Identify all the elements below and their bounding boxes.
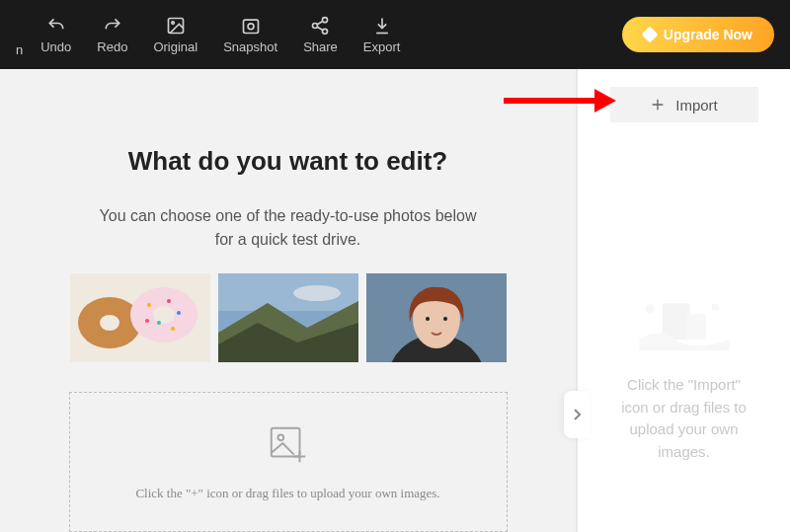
subheadline-line2: for a quick test drive. <box>215 231 361 248</box>
svg-rect-29 <box>685 314 705 340</box>
svg-point-12 <box>147 303 151 307</box>
dropzone-hint: Click the "+" icon or drag files to uplo… <box>135 486 439 501</box>
sample-thumb-donuts[interactable] <box>70 273 210 362</box>
redo-icon <box>103 16 122 36</box>
upgrade-button[interactable]: Upgrade Now <box>622 17 774 52</box>
share-label: Share <box>303 39 338 54</box>
svg-point-6 <box>323 29 328 34</box>
sample-thumb-landscape[interactable] <box>218 273 358 362</box>
svg-point-17 <box>145 319 149 323</box>
svg-point-16 <box>171 327 175 331</box>
main-panel: What do you want to edit? You can choose… <box>0 69 576 532</box>
subheadline: You can choose one of the ready-to-use p… <box>76 204 501 252</box>
svg-point-20 <box>293 285 341 301</box>
camera-icon <box>241 16 261 36</box>
undo-label: Undo <box>40 39 71 54</box>
import-label: Import <box>675 97 718 114</box>
undo-icon <box>46 16 66 36</box>
svg-point-27 <box>277 434 283 440</box>
svg-point-5 <box>313 23 318 28</box>
chevron-right-icon <box>572 408 582 421</box>
svg-point-30 <box>645 304 654 313</box>
top-toolbar: n Undo Redo Original Snapshot Share Expo… <box>0 0 790 69</box>
svg-point-1 <box>172 21 175 23</box>
svg-point-24 <box>426 317 430 321</box>
toolbar-group: Undo Redo Original Snapshot Share Export <box>31 10 410 60</box>
redo-label: Redo <box>97 39 127 54</box>
svg-point-4 <box>323 17 328 22</box>
svg-point-9 <box>100 315 119 331</box>
body-area: What do you want to edit? You can choose… <box>0 69 790 532</box>
svg-rect-2 <box>243 20 258 33</box>
export-label: Export <box>363 39 401 54</box>
side-panel: Import Click the "Import" icon or drag f… <box>576 69 790 532</box>
svg-point-31 <box>711 303 718 310</box>
image-plus-icon <box>266 422 311 468</box>
svg-point-13 <box>167 299 171 303</box>
import-button[interactable]: Import <box>610 87 758 122</box>
collapse-panel-button[interactable] <box>564 391 590 438</box>
svg-rect-26 <box>271 428 299 457</box>
image-icon <box>166 16 186 36</box>
subheadline-line1: You can choose one of the ready-to-use p… <box>100 207 477 224</box>
corner-fragment: n <box>16 42 23 69</box>
undo-button[interactable]: Undo <box>31 10 81 60</box>
sample-thumb-portrait[interactable] <box>366 273 507 362</box>
placeholder-illustration-icon <box>630 286 739 360</box>
svg-point-11 <box>153 306 175 324</box>
side-placeholder: Click the "Import" icon or drag files to… <box>578 286 790 463</box>
export-button[interactable]: Export <box>354 10 411 60</box>
share-icon <box>310 16 330 36</box>
upload-dropzone[interactable]: Click the "+" icon or drag files to uplo… <box>69 392 508 532</box>
side-hint-l1: Click the "Import" <box>627 376 741 393</box>
snapshot-button[interactable]: Snapshot <box>213 10 287 60</box>
diamond-icon <box>641 27 658 43</box>
original-label: Original <box>153 39 198 54</box>
svg-point-14 <box>177 311 181 315</box>
share-button[interactable]: Share <box>293 10 348 60</box>
upgrade-label: Upgrade Now <box>664 27 752 42</box>
download-icon <box>372 16 392 36</box>
original-button[interactable]: Original <box>143 10 207 60</box>
snapshot-label: Snapshot <box>223 39 277 54</box>
redo-button[interactable]: Redo <box>87 10 137 60</box>
headline: What do you want to edit? <box>128 146 448 177</box>
svg-point-15 <box>157 321 161 325</box>
svg-point-25 <box>443 317 447 321</box>
side-hint-l3: upload your own <box>629 420 738 437</box>
side-hint-l2: icon or drag files to <box>621 399 747 416</box>
plus-icon <box>650 97 666 113</box>
svg-rect-28 <box>663 303 690 340</box>
sample-thumbnails <box>70 273 507 362</box>
side-hint-l4: images. <box>658 443 710 460</box>
svg-point-3 <box>248 23 254 29</box>
